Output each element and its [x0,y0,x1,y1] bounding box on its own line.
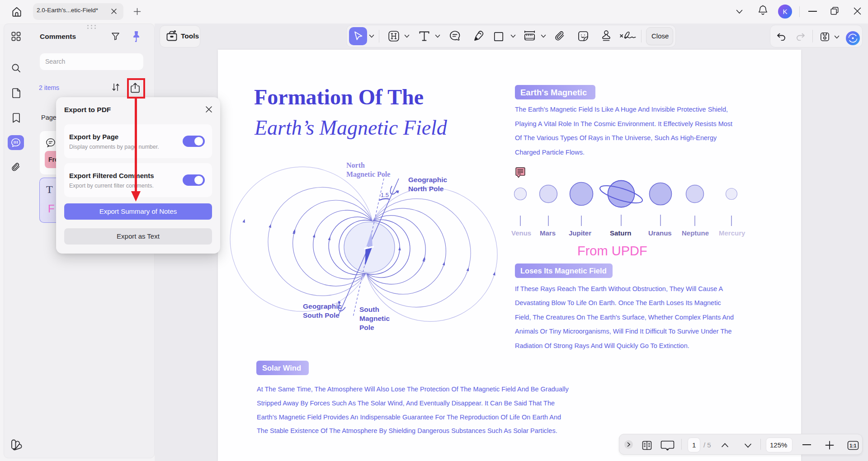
svg-text:1:1: 1:1 [849,443,856,448]
svg-text:Magnetic: Magnetic [359,315,390,322]
svg-text:South: South [359,306,379,313]
svg-text:Geographic: Geographic [303,302,342,310]
svg-text:North Pole: North Pole [408,185,444,193]
svg-text:1.5: 1.5 [381,192,389,198]
svg-text:Magnetic Pole: Magnetic Pole [346,170,390,179]
svg-text:Pole: Pole [359,324,374,331]
svg-text:North: North [346,161,365,169]
svg-text:Geographic: Geographic [408,176,448,183]
svg-text:South Pole: South Pole [303,311,340,319]
